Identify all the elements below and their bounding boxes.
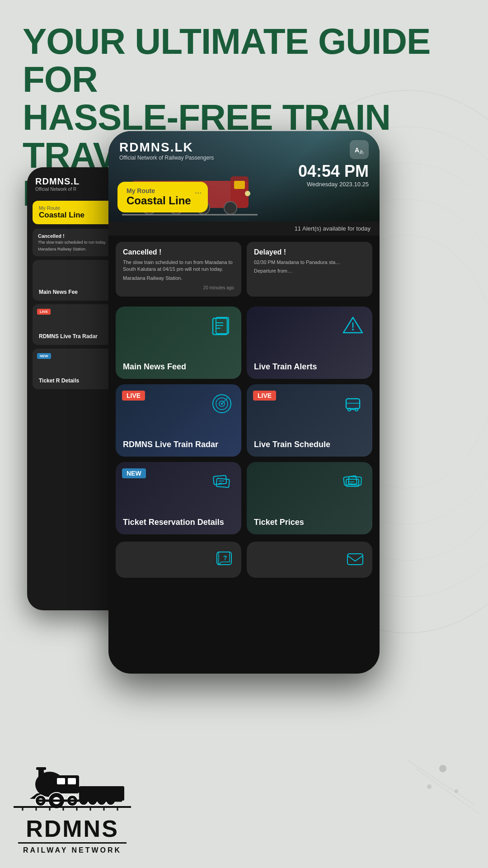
- svg-point-8: [455, 789, 458, 793]
- brand-name: RDMNS: [26, 817, 119, 840]
- schedule-live-badge: LIVE: [253, 391, 276, 401]
- menu-item-schedule[interactable]: LIVE Live Train Schedule: [247, 384, 372, 457]
- menu-item-prices[interactable]: Ticket Prices: [247, 462, 372, 534]
- svg-rect-73: [79, 786, 124, 801]
- svg-point-32: [352, 329, 354, 330]
- radar-label: RDMNS Live Train Radar: [123, 440, 234, 450]
- alert1-time: 20 minutes ago: [123, 285, 234, 290]
- my-route-label: My Route: [127, 187, 199, 194]
- svg-rect-56: [36, 767, 46, 770]
- help-icon: ?: [215, 550, 233, 572]
- phone-front: RDMNS.LK Official Network of Railway Pas…: [108, 131, 380, 674]
- svg-rect-44: [216, 478, 229, 487]
- alert1-station: Maradana Railway Station.: [123, 275, 234, 282]
- phone-logo-sub: Official Network of Railway Passengers: [119, 155, 214, 161]
- radar-live-badge: LIVE: [122, 391, 145, 401]
- svg-rect-39: [346, 399, 360, 403]
- menu-item-reservation[interactable]: NEW Ticket Reservation Details: [116, 462, 241, 534]
- phone-logo-text: RDMNS.LK: [119, 140, 214, 155]
- svg-rect-38: [346, 399, 360, 409]
- partial-help[interactable]: ?: [116, 542, 241, 578]
- phone-date: Wednesday 2023.10.25: [298, 181, 369, 188]
- reservation-label: Ticket Reservation Details: [123, 518, 234, 528]
- brand-sub: RAILWAY NETWORK: [23, 846, 122, 854]
- prices-label: Ticket Prices: [254, 518, 365, 528]
- alert1-title: Cancelled !: [123, 248, 234, 256]
- back-grid-ticket-label: Ticket R Details: [39, 377, 79, 384]
- reservation-icon: [211, 470, 233, 497]
- menu-item-news[interactable]: Main News Feed: [116, 307, 241, 379]
- menu-grid: Main News Feed Live Train Alerts LIVE: [108, 303, 380, 542]
- back-new-badge: NEW: [37, 353, 51, 359]
- prices-icon: [342, 470, 364, 497]
- alerts-label: Live Train Alerts: [254, 362, 365, 372]
- alert-card-1[interactable]: Cancelled ! The slow train scheduled to …: [116, 242, 241, 297]
- rdmns-logo-svg: [14, 763, 131, 817]
- phone-time: 04:54 PM: [298, 162, 369, 181]
- svg-point-41: [355, 408, 358, 411]
- svg-rect-54: [347, 554, 363, 565]
- reservation-new-badge: NEW: [122, 468, 146, 478]
- schedule-label: Live Train Schedule: [254, 440, 365, 450]
- news-icon: [211, 315, 233, 341]
- bottom-logo: RDMNS RAILWAY NETWORK: [14, 763, 131, 854]
- phone-time-area: 04:54 PM Wednesday 2023.10.25: [298, 162, 369, 188]
- alert2-title: Delayed !: [254, 248, 365, 256]
- alert2-text: 02/30 PM Maradana to Panadura sta…: [254, 259, 365, 266]
- svg-text:?: ?: [223, 554, 227, 561]
- svg-text:A: A: [355, 146, 359, 154]
- alerts-count: 11 Alert(s) available for today: [295, 225, 371, 232]
- menu-item-radar[interactable]: LIVE RDMNS Live Train Radar: [116, 384, 241, 457]
- svg-point-6: [439, 765, 446, 772]
- phone-hero: RDMNS.LK Official Network of Railway Pas…: [108, 131, 380, 222]
- alert-cards-row: Cancelled ! The slow train scheduled to …: [108, 236, 380, 303]
- my-route-name: Coastal Line: [127, 194, 199, 207]
- svg-rect-59: [57, 778, 65, 784]
- back-grid-radar-label: RDMNS Live Tra Radar: [39, 333, 98, 340]
- alert-card-2[interactable]: Delayed ! 02/30 PM Maradana to Panadura …: [247, 242, 372, 297]
- svg-line-9: [407, 760, 474, 805]
- svg-point-21: [224, 202, 237, 214]
- svg-text:あ: あ: [359, 149, 364, 154]
- my-route-dots: ···: [195, 188, 202, 198]
- back-live-badge: LIVE: [37, 309, 51, 315]
- bottom-partial-row: ?: [108, 542, 380, 582]
- svg-line-10: [416, 769, 479, 814]
- partial-message[interactable]: [247, 542, 372, 578]
- alerts-bar: 11 Alert(s) available for today: [108, 222, 380, 236]
- message-icon: [346, 550, 364, 572]
- schedule-icon: [342, 392, 364, 419]
- back-grid-news-label: Main News Fee: [39, 289, 78, 295]
- alert2-extra: Departure from…: [254, 268, 365, 274]
- svg-rect-60: [68, 778, 76, 784]
- svg-point-40: [348, 408, 351, 411]
- phone-logo-area: RDMNS.LK Official Network of Railway Pas…: [119, 140, 214, 161]
- my-route-card[interactable]: ··· My Route Coastal Line: [117, 182, 208, 212]
- header-line1: YOUR ULTIMATE GUIDE FOR: [23, 23, 465, 99]
- menu-item-alerts[interactable]: Live Train Alerts: [247, 307, 372, 379]
- radar-icon: [211, 392, 233, 419]
- svg-point-7: [427, 784, 432, 789]
- alert1-text: The slow train scheduled to run from Mar…: [123, 259, 234, 273]
- svg-rect-25: [213, 318, 227, 335]
- alerts-icon: [342, 315, 364, 341]
- translate-button[interactable]: A あ: [350, 140, 369, 159]
- news-label: Main News Feed: [123, 362, 234, 372]
